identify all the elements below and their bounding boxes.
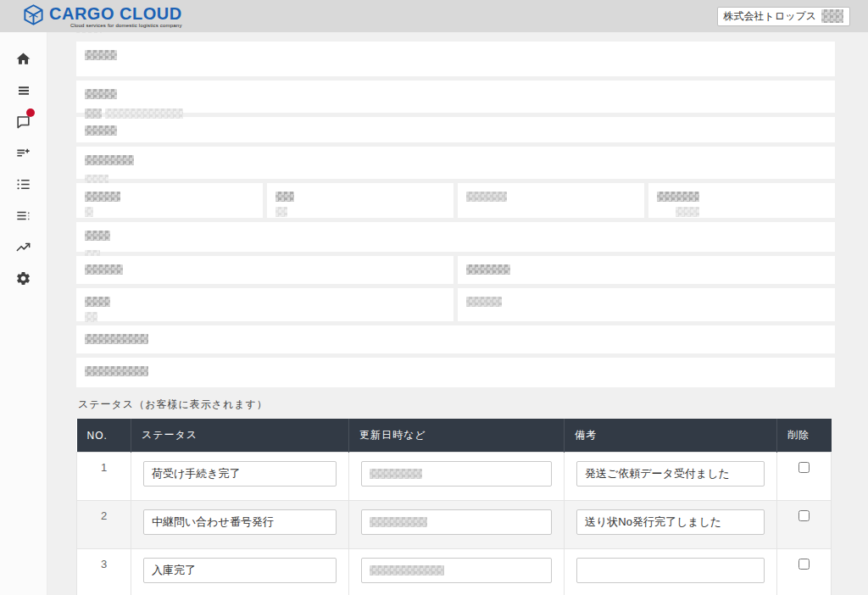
form-row-2col: [76, 256, 835, 284]
notification-badge: [26, 108, 35, 117]
sidebar-item-settings[interactable]: [0, 263, 47, 294]
app-logo[interactable]: CARGO CLOUD Cloud services for domestic …: [22, 3, 182, 30]
status-row-2: 2: [77, 501, 832, 549]
sidebar-item-messages[interactable]: [0, 106, 47, 137]
datetime-input[interactable]: [361, 509, 552, 535]
datetime-input[interactable]: [361, 461, 552, 487]
form-row-redacted: [76, 222, 835, 252]
status-row-3: 3: [77, 549, 832, 595]
delete-checkbox[interactable]: [798, 462, 810, 473]
form-row-redacted: [76, 147, 835, 179]
sidebar-item-home[interactable]: [0, 43, 47, 75]
form-cell-redacted: [76, 183, 263, 218]
status-input[interactable]: [143, 509, 337, 535]
col-header-delete: 削除: [777, 419, 832, 453]
status-row-1: 1: [77, 453, 832, 501]
col-header-updated: 更新日時など: [349, 419, 565, 453]
status-table: NO. ステータス 更新日時など 備考 削除 1 2: [76, 419, 832, 595]
delete-checkbox[interactable]: [798, 559, 810, 570]
form-cell-redacted: [458, 288, 835, 321]
form-row-4col: [76, 183, 835, 218]
cargo-cube-logo-icon: [22, 3, 45, 30]
delete-checkbox[interactable]: [798, 510, 810, 521]
form-cell-redacted: [648, 183, 835, 218]
status-input[interactable]: [143, 461, 337, 487]
status-table-header-row: NO. ステータス 更新日時など 備考 削除: [77, 419, 832, 453]
status-input[interactable]: [143, 558, 337, 583]
brand-tagline: Cloud services for domestic logistics co…: [70, 23, 182, 28]
form-row-redacted: [76, 325, 835, 353]
sidebar-item-analytics[interactable]: [0, 231, 47, 263]
home-icon: [15, 51, 31, 67]
remarks-input[interactable]: [576, 461, 765, 487]
form-row-redacted: [76, 117, 835, 142]
sidebar-item-menu[interactable]: [0, 75, 47, 106]
col-header-status: ステータス: [131, 419, 349, 453]
sidebar-item-list[interactable]: [0, 169, 47, 200]
top-header: CARGO CLOUD Cloud services for domestic …: [0, 0, 868, 32]
form-row-2col: [76, 288, 835, 321]
account-avatar-redacted: [821, 9, 843, 23]
form-row-redacted: [76, 42, 835, 76]
list-detail-icon: [15, 208, 31, 224]
form-cell-redacted: [267, 183, 453, 218]
status-section-label: ステータス（お客様に表示されます）: [78, 398, 835, 412]
form-cell-redacted: [76, 256, 453, 284]
main-content: ステータス（お客様に表示されます） NO. ステータス 更新日時など 備考 削除…: [47, 0, 868, 595]
datetime-value-redacted: [370, 517, 427, 527]
form-cell-redacted: [76, 288, 453, 321]
datetime-value-redacted: [370, 565, 444, 576]
list-icon: [15, 176, 31, 192]
row-number: 3: [77, 549, 131, 595]
sidebar-nav: [0, 32, 47, 595]
form-row-redacted: [76, 81, 835, 113]
col-header-remarks: 備考: [565, 419, 777, 453]
sidebar-item-add-list[interactable]: [0, 137, 47, 169]
form-row-redacted: [76, 358, 835, 387]
row-number: 1: [77, 453, 131, 501]
form-cell-redacted: [458, 256, 835, 284]
account-company-name: 株式会社トロップス: [724, 9, 816, 24]
account-menu[interactable]: 株式会社トロップス: [717, 7, 850, 26]
form-cell-redacted: [458, 183, 644, 218]
trending-up-icon: [15, 239, 31, 255]
datetime-input[interactable]: [361, 558, 552, 583]
playlist-add-icon: [15, 145, 31, 161]
remarks-input[interactable]: [576, 558, 765, 583]
sidebar-item-list-detail[interactable]: [0, 200, 47, 231]
col-header-no: NO.: [77, 419, 131, 453]
settings-gear-icon: [15, 270, 31, 286]
datetime-value-redacted: [370, 469, 422, 479]
row-number: 2: [77, 501, 131, 549]
remarks-input[interactable]: [576, 509, 765, 535]
brand-title: CARGO CLOUD: [49, 5, 182, 22]
menu-icon: [16, 83, 31, 98]
